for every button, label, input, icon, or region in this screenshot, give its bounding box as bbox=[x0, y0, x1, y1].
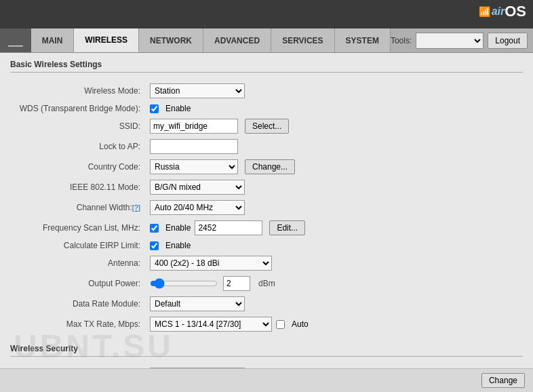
ssid-row: SSID: Select... bbox=[10, 116, 523, 136]
country-change-button[interactable]: Change... bbox=[245, 159, 295, 174]
freq-scan-edit-button[interactable]: Edit... bbox=[269, 220, 305, 235]
max-tx-label: Max TX Rate, Mbps: bbox=[10, 314, 146, 334]
output-power-input[interactable] bbox=[223, 276, 250, 291]
wireless-mode-row: Wireless Mode: Station Access Point Acce… bbox=[10, 81, 523, 101]
tab-system[interactable]: SYSTEM bbox=[335, 28, 391, 52]
max-tx-inline: MCS 1 - 13/14.4 [27/30] MCS 2 - 26/28.9 … bbox=[150, 317, 519, 332]
calc-eirp-checkbox[interactable] bbox=[150, 241, 159, 250]
data-rate-label: Data Rate Module: bbox=[10, 294, 146, 314]
logout-button[interactable]: Logout bbox=[488, 33, 528, 49]
antenna-label: Antenna: bbox=[10, 253, 146, 273]
channel-width-text: Channel Width: bbox=[77, 203, 132, 212]
output-power-field: dBm bbox=[146, 273, 523, 294]
freq-scan-field: Enable Edit... bbox=[146, 218, 523, 238]
tab-network[interactable]: NETWORK bbox=[139, 28, 203, 52]
output-power-unit: dBm bbox=[258, 279, 275, 288]
ssid-label: SSID: bbox=[10, 116, 146, 136]
max-tx-auto-checkbox[interactable] bbox=[276, 320, 285, 329]
logo-air: air bbox=[492, 5, 505, 18]
wifi-icon: 📶 bbox=[479, 6, 490, 17]
freq-scan-row: Frequency Scan List, MHz: Enable Edit... bbox=[10, 218, 523, 238]
calc-eirp-field: Enable bbox=[146, 238, 523, 253]
output-power-row: Output Power: dBm bbox=[10, 273, 523, 294]
channel-width-row: Channel Width:[?] Auto 20/40 MHz 20 MHz … bbox=[10, 197, 523, 218]
country-code-select[interactable]: Russia United States Germany bbox=[150, 159, 238, 174]
logo: 📶 air OS bbox=[479, 3, 526, 20]
output-power-container: dBm bbox=[150, 276, 519, 291]
max-tx-auto-text: Auto bbox=[292, 319, 309, 329]
max-tx-select[interactable]: MCS 1 - 13/14.4 [27/30] MCS 2 - 26/28.9 … bbox=[150, 317, 272, 332]
channel-width-help[interactable]: [?] bbox=[132, 203, 140, 212]
ssid-field: Select... bbox=[146, 116, 523, 136]
change-button[interactable]: Change bbox=[481, 373, 525, 388]
freq-scan-label: Frequency Scan List, MHz: bbox=[10, 218, 146, 238]
data-rate-field: Default Custom bbox=[146, 294, 523, 314]
max-tx-field: MCS 1 - 13/14.4 [27/30] MCS 2 - 26/28.9 … bbox=[146, 314, 523, 334]
logo-os: OS bbox=[505, 3, 526, 20]
tab-advanced[interactable]: ADVANCED bbox=[203, 28, 271, 52]
ieee-select[interactable]: B/G/N mixed B only G only N only bbox=[150, 180, 245, 195]
calc-eirp-row: Calculate EIRP Limit: Enable bbox=[10, 238, 523, 253]
tab-services[interactable]: SERVICES bbox=[271, 28, 334, 52]
output-power-slider[interactable] bbox=[150, 279, 218, 288]
channel-width-select[interactable]: Auto 20/40 MHz 20 MHz 40 MHz bbox=[150, 200, 245, 215]
lock-ap-field bbox=[146, 136, 523, 157]
wds-checkbox[interactable] bbox=[150, 104, 159, 113]
wireless-mode-field: Station Access Point Access Point WDS St… bbox=[146, 81, 523, 101]
wds-inline: Enable bbox=[150, 104, 519, 113]
lock-ap-label: Lock to AP: bbox=[10, 136, 146, 157]
antenna-row: Antenna: 400 (2x2) - 18 dBi 200 (1x1) - … bbox=[10, 253, 523, 273]
ssid-input[interactable] bbox=[150, 119, 238, 134]
data-rate-row: Data Rate Module: Default Custom bbox=[10, 294, 523, 314]
nav-logo-area: ⎯⎯ bbox=[0, 28, 31, 52]
wireless-mode-select[interactable]: Station Access Point Access Point WDS St… bbox=[150, 83, 245, 98]
basic-wireless-form: Wireless Mode: Station Access Point Acce… bbox=[10, 81, 523, 334]
antenna-select[interactable]: 400 (2x2) - 18 dBi 200 (1x1) - 14 dBi bbox=[150, 256, 272, 271]
country-inline: Russia United States Germany Change... bbox=[150, 159, 519, 174]
ssid-inline: Select... bbox=[150, 119, 519, 134]
lock-ap-input[interactable] bbox=[150, 139, 238, 154]
tab-wireless[interactable]: WIRELESS bbox=[74, 28, 139, 52]
max-tx-row: Max TX Rate, Mbps: MCS 1 - 13/14.4 [27/3… bbox=[10, 314, 523, 334]
wds-label: WDS (Transparent Bridge Mode): bbox=[10, 101, 146, 116]
ssid-select-button[interactable]: Select... bbox=[245, 119, 289, 134]
wireless-security-title: Wireless Security bbox=[10, 344, 523, 357]
tools-label: Tools: bbox=[391, 36, 412, 45]
ieee-row: IEEE 802.11 Mode: B/G/N mixed B only G o… bbox=[10, 177, 523, 197]
ubnt-icon: ⎯⎯ bbox=[8, 33, 23, 47]
nav-tools: Tools: Logout bbox=[391, 28, 533, 52]
freq-scan-input[interactable] bbox=[195, 220, 262, 235]
freq-scan-inline: Enable Edit... bbox=[150, 220, 519, 235]
channel-width-field: Auto 20/40 MHz 20 MHz 40 MHz bbox=[146, 197, 523, 218]
content: Basic Wireless Settings Wireless Mode: S… bbox=[0, 53, 533, 392]
channel-width-label: Channel Width:[?] bbox=[10, 197, 146, 218]
tools-select[interactable] bbox=[416, 33, 483, 49]
tab-main[interactable]: MAIN bbox=[31, 28, 75, 52]
data-rate-select[interactable]: Default Custom bbox=[150, 296, 245, 311]
navbar: ⎯⎯ MAIN WIRELESS NETWORK ADVANCED SERVIC… bbox=[0, 28, 533, 53]
wds-field: Enable bbox=[146, 101, 523, 116]
freq-scan-checkbox[interactable] bbox=[150, 224, 159, 233]
country-code-label: Country Code: bbox=[10, 157, 146, 177]
wireless-mode-label: Wireless Mode: bbox=[10, 81, 146, 101]
calc-eirp-text: Enable bbox=[165, 241, 191, 250]
freq-scan-text: Enable bbox=[165, 223, 191, 233]
ieee-label: IEEE 802.11 Mode: bbox=[10, 177, 146, 197]
ieee-field: B/G/N mixed B only G only N only bbox=[146, 177, 523, 197]
calc-eirp-label: Calculate EIRP Limit: bbox=[10, 238, 146, 253]
wds-text: Enable bbox=[165, 104, 191, 113]
output-power-label: Output Power: bbox=[10, 273, 146, 294]
antenna-field: 400 (2x2) - 18 dBi 200 (1x1) - 14 dBi bbox=[146, 253, 523, 273]
lock-ap-row: Lock to AP: bbox=[10, 136, 523, 157]
basic-wireless-title: Basic Wireless Settings bbox=[10, 60, 523, 73]
header: 📶 air OS bbox=[0, 0, 533, 28]
bottom-bar: Change bbox=[0, 368, 533, 392]
wds-row: WDS (Transparent Bridge Mode): Enable bbox=[10, 101, 523, 116]
country-code-row: Country Code: Russia United States Germa… bbox=[10, 157, 523, 177]
country-code-field: Russia United States Germany Change... bbox=[146, 157, 523, 177]
calc-eirp-inline: Enable bbox=[150, 241, 519, 250]
